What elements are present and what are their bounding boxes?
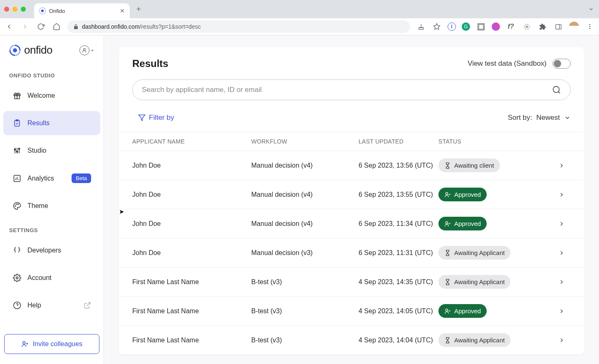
sidebar-item-analytics[interactable]: Analytics Beta — [3, 166, 100, 191]
svg-point-28 — [15, 206, 16, 206]
tab-bar: Onfido ✕ + — [0, 0, 599, 18]
extension-icon[interactable] — [492, 22, 500, 31]
sidebar-item-results[interactable]: Results — [3, 111, 100, 135]
reload-button[interactable] — [36, 22, 46, 32]
sidebar-item-developers[interactable]: Developers — [3, 238, 100, 262]
extension-icon[interactable]: i — [448, 22, 456, 31]
cell-updated: 4 Sep 2023, 14:05 (UTC) — [359, 307, 438, 315]
cell-name: John Doe — [132, 249, 251, 257]
brand-logo[interactable]: onfido — [9, 44, 52, 57]
home-button[interactable] — [52, 22, 62, 32]
chart-icon — [12, 174, 22, 183]
search-box[interactable] — [132, 79, 571, 100]
extension-icon[interactable] — [476, 22, 486, 32]
svg-point-29 — [16, 204, 17, 205]
svg-point-12 — [84, 48, 86, 50]
extension-icon[interactable] — [522, 22, 532, 32]
svg-point-9 — [589, 26, 591, 27]
user-check-icon — [444, 191, 451, 198]
filter-button[interactable]: Filter by — [132, 111, 180, 124]
side-panel-icon[interactable] — [553, 22, 563, 32]
table-row[interactable]: John DoeManual decision (v4)6 Sep 2023, … — [119, 151, 584, 180]
search-input[interactable] — [142, 86, 547, 94]
results-table: APPLICANT NAME WORKFLOW LAST UPDATED STA… — [119, 132, 584, 355]
maximize-window-icon[interactable] — [21, 7, 26, 12]
user-check-icon — [444, 220, 451, 227]
table-row[interactable]: First Name Last NameB-test (v3)4 Sep 202… — [119, 267, 584, 297]
sidebar-item-theme[interactable]: Theme — [3, 194, 100, 218]
tab-overflow-icon[interactable] — [588, 6, 594, 12]
table-row[interactable]: First Name Last NameB-test (v3)4 Sep 202… — [119, 297, 584, 326]
hourglass-icon — [444, 279, 451, 285]
chevron-right-icon — [558, 162, 571, 169]
sidebar-item-welcome[interactable]: Welcome — [3, 84, 100, 108]
svg-point-38 — [553, 87, 559, 93]
browser-actions: i G f? — [416, 22, 595, 32]
invite-colleagues-button[interactable]: Invite colleagues — [4, 334, 99, 354]
sidebar-item-label: Analytics — [27, 175, 66, 182]
extensions-menu-icon[interactable] — [537, 22, 547, 32]
cell-name: John Doe — [132, 162, 251, 169]
share-icon[interactable] — [416, 22, 426, 32]
table-row[interactable]: John DoeManual decision (v4)6 Sep 2023, … — [119, 180, 584, 209]
sort-dropdown[interactable]: Sort by: Newest — [508, 114, 571, 122]
profile-avatar[interactable] — [569, 22, 579, 32]
search-icon — [552, 85, 561, 94]
svg-line-39 — [558, 92, 560, 93]
beta-badge: Beta — [72, 173, 91, 183]
close-window-icon[interactable] — [4, 7, 9, 12]
chevron-right-icon — [558, 279, 571, 285]
col-header-name: APPLICANT NAME — [132, 138, 251, 145]
svg-point-22 — [16, 151, 17, 152]
chevron-down-icon — [90, 48, 94, 52]
new-tab-button[interactable]: + — [133, 3, 144, 15]
sort-value: Newest — [536, 114, 560, 122]
sidebar: onfido ONFIDO STUDIO Welcome Results Stu… — [0, 35, 104, 364]
cell-updated: 6 Sep 2023, 13:55 (UTC) — [359, 191, 438, 198]
cell-updated: 6 Sep 2023, 11:31 (UTC) — [359, 249, 438, 257]
cell-name: John Doe — [132, 191, 251, 198]
sidebar-item-label: Help — [27, 302, 78, 309]
browser-tab[interactable]: Onfido ✕ — [34, 3, 130, 18]
svg-point-5 — [524, 24, 530, 30]
sandbox-toggle[interactable] — [552, 59, 571, 69]
sidebar-item-help[interactable]: Help — [3, 293, 100, 317]
svg-point-41 — [446, 192, 448, 194]
chevron-right-icon — [558, 220, 571, 227]
table-row[interactable]: First Name Last NameB-test (v3)4 Sep 202… — [119, 326, 584, 355]
sidebar-item-studio[interactable]: Studio — [3, 139, 100, 163]
external-link-icon — [84, 302, 91, 309]
forward-button[interactable] — [20, 22, 30, 32]
filter-icon — [138, 114, 146, 121]
cell-status: Approved — [438, 217, 558, 230]
cell-status: Awaiting client — [438, 158, 558, 172]
extension-icon[interactable]: G — [462, 22, 470, 31]
sidebar-item-label: Developers — [27, 247, 91, 254]
browser-menu-icon[interactable] — [585, 22, 595, 32]
minimize-window-icon[interactable] — [12, 7, 17, 12]
sidebar-item-label: Studio — [27, 147, 91, 154]
sidebar-item-label: Account — [27, 274, 91, 282]
col-header-updated: LAST UPDATED — [359, 138, 438, 145]
code-icon — [12, 246, 22, 255]
sidebar-item-label: Results — [27, 119, 91, 127]
user-menu[interactable] — [79, 45, 94, 55]
svg-point-8 — [589, 24, 591, 25]
extension-icon[interactable]: f? — [506, 22, 516, 32]
table-row[interactable]: John DoeManual decision (v3)6 Sep 2023, … — [119, 238, 584, 267]
gift-icon — [12, 91, 22, 100]
star-icon[interactable] — [432, 22, 442, 32]
svg-point-11 — [13, 48, 17, 52]
table-row[interactable]: John DoeManual decision (v4)6 Sep 2023, … — [119, 209, 584, 238]
chevron-right-icon — [558, 191, 571, 198]
svg-rect-0 — [418, 27, 423, 29]
cell-updated: 4 Sep 2023, 14:04 (UTC) — [359, 337, 438, 344]
chevron-right-icon — [558, 337, 571, 344]
url-field[interactable]: dashboard.onfido.com/results?p=1&sort=de… — [67, 20, 410, 33]
filter-label: Filter by — [149, 114, 174, 122]
status-badge: Awaiting Applicant — [438, 333, 510, 347]
close-tab-icon[interactable]: ✕ — [120, 7, 125, 14]
sidebar-item-account[interactable]: Account — [3, 266, 100, 290]
tab-title: Onfido — [49, 8, 116, 14]
back-button[interactable] — [4, 22, 14, 32]
